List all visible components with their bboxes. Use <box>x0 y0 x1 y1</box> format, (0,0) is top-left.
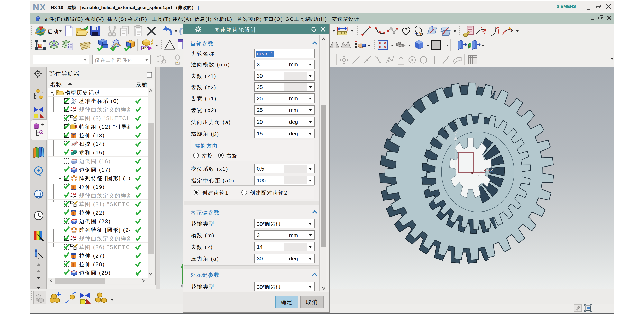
svg-text:Z: Z <box>478 173 480 177</box>
svg-text:X: X <box>490 168 493 173</box>
svg-text:XYZ: XYZ <box>70 106 76 109</box>
svg-text:ABC: ABC <box>142 47 148 50</box>
svg-text:XYZ: XYZ <box>70 192 76 195</box>
svg-text:XYZ: XYZ <box>70 235 76 238</box>
svg-text:Y: Y <box>454 131 457 136</box>
